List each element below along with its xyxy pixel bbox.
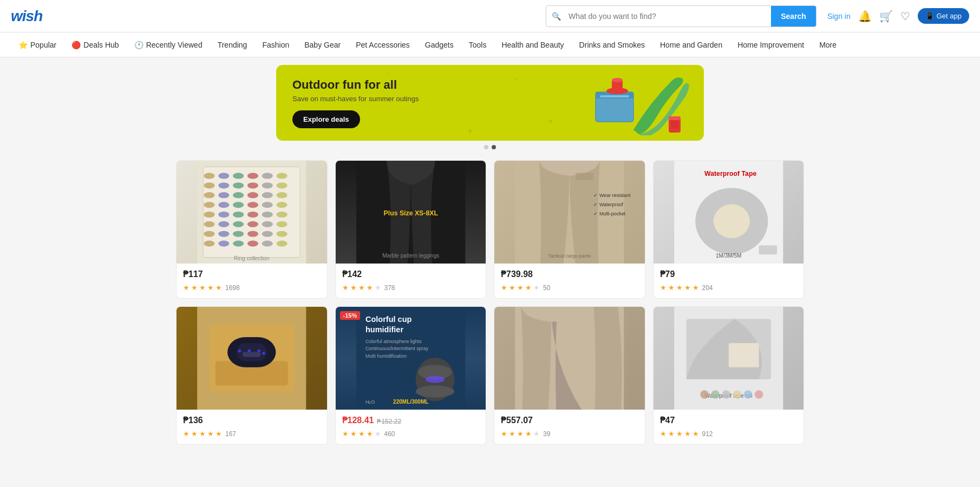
header: wish 🔍 Search Sign in 🔔 🛒 ♡ 📱 Get app	[0, 0, 980, 32]
cart-icon[interactable]: 🛒	[879, 10, 893, 23]
svg-rect-80	[759, 245, 777, 254]
explore-deals-button[interactable]: Explore deals	[292, 110, 360, 128]
star-filled: ★	[350, 284, 357, 292]
svg-point-112	[711, 390, 720, 399]
nav-health-beauty[interactable]: Health and Beauty	[494, 32, 571, 57]
banner-dot-2[interactable]	[492, 145, 496, 149]
product-card[interactable]: Waterproof Tape 1M/3M/5M ₱79 ★★★★★ 204	[653, 160, 805, 299]
svg-point-89	[247, 350, 251, 353]
svg-point-50	[233, 221, 244, 227]
star-filled: ★	[350, 430, 357, 438]
search-input[interactable]	[566, 8, 771, 25]
star-filled: ★	[367, 430, 373, 438]
svg-point-48	[204, 221, 214, 227]
nav-deals-hub[interactable]: 🔴 Deals Hub	[64, 32, 126, 57]
product-original-price: ₱152.22	[377, 418, 401, 425]
search-button[interactable]: Search	[771, 6, 816, 27]
nav-drinks-label: Drinks and Smokes	[579, 41, 645, 49]
product-card[interactable]: Plus Size XS-8XL Marble pattern leggings…	[335, 160, 487, 299]
get-app-button[interactable]: 📱 Get app	[918, 8, 969, 24]
product-card[interactable]: ₱557.07 ★★★★★ 39	[494, 306, 645, 445]
product-info: ₱128.41₱152.22 ★★★★★ 460	[336, 410, 486, 444]
product-card[interactable]: Colorful cup humidifier Colorful atmosph…	[335, 306, 487, 445]
deals-icon: 🔴	[71, 41, 81, 49]
product-image: Colorful cup humidifier Colorful atmosph…	[336, 307, 486, 410]
svg-text:Tactical cargo pants: Tactical cargo pants	[548, 253, 591, 259]
star-filled: ★	[358, 284, 365, 292]
product-info: ₱47 ★★★★★ 912	[654, 410, 804, 444]
star-icon: ⭐	[18, 41, 28, 49]
wishlist-icon[interactable]: ♡	[900, 10, 910, 23]
product-image	[494, 307, 645, 410]
svg-point-28	[262, 182, 273, 188]
star-filled: ★	[684, 284, 691, 292]
star-filled: ★	[525, 284, 532, 292]
product-price: ₱136	[183, 415, 203, 425]
nav-pet-accessories[interactable]: Pet Accessories	[348, 32, 417, 57]
svg-point-39	[247, 202, 258, 208]
svg-point-19	[218, 173, 229, 179]
nav-fashion[interactable]: Fashion	[254, 32, 297, 57]
nav-recently-viewed[interactable]: 🕐 Recently Viewed	[127, 32, 210, 57]
nav-more[interactable]: More	[812, 32, 844, 57]
star-empty: ★	[375, 284, 381, 292]
banner-dot-1[interactable]	[484, 145, 488, 149]
svg-text:Colorful atmosphere lights: Colorful atmosphere lights	[365, 339, 421, 344]
nav-trending-label: Trending	[218, 41, 247, 49]
nav-deals-label: Deals Hub	[83, 41, 119, 49]
svg-point-23	[277, 173, 288, 179]
logo[interactable]: wish	[11, 8, 42, 25]
star-half: ★	[692, 430, 699, 438]
review-count: 50	[543, 284, 550, 292]
svg-point-47	[277, 212, 288, 218]
rating-row: ★★★★★ 167	[183, 430, 321, 438]
product-image: Waterproof tape roll	[654, 307, 804, 410]
nav-gadgets[interactable]: Gadgets	[417, 32, 461, 57]
banner-section: ✦ ✦ ✦ ✦ ✦ ✦ ✦ Outdoor fun for all Save o…	[0, 57, 980, 155]
nav-home-garden[interactable]: Home and Garden	[652, 32, 730, 57]
product-price: ₱79	[660, 269, 675, 279]
svg-point-24	[204, 182, 214, 188]
star-filled: ★	[501, 430, 507, 438]
search-icon: 🔍	[546, 12, 566, 21]
svg-text:H₂O: H₂O	[365, 399, 374, 405]
star-empty: ★	[375, 430, 381, 438]
svg-point-53	[277, 221, 288, 227]
nav-gadgets-label: Gadgets	[425, 41, 454, 49]
nav-tools[interactable]: Tools	[461, 32, 494, 57]
star-empty: ★	[533, 430, 540, 438]
nav-baby-gear[interactable]: Baby Gear	[297, 32, 348, 57]
svg-point-87	[238, 350, 241, 353]
svg-text:✦: ✦	[466, 126, 475, 137]
sign-in-link[interactable]: Sign in	[827, 12, 851, 21]
svg-point-54	[204, 231, 214, 237]
svg-text:✦: ✦	[514, 76, 519, 82]
nav-popular[interactable]: ⭐ Popular	[11, 32, 64, 57]
notifications-icon[interactable]: 🔔	[858, 10, 872, 23]
review-count: 1698	[225, 284, 240, 292]
product-card[interactable]: ₱136 ★★★★★ 167	[176, 306, 328, 445]
svg-text:Waterproof Tape: Waterproof Tape	[704, 170, 756, 177]
product-image: Waterproof Tape 1M/3M/5M	[654, 161, 804, 264]
svg-point-38	[233, 202, 244, 208]
review-count: 167	[225, 430, 236, 438]
svg-text:Multi humidification: Multi humidification	[365, 353, 406, 359]
product-card[interactable]: Tactical cargo pants ✓ Wear resistant ✓ …	[494, 160, 645, 299]
product-card[interactable]: Ring collection ₱117 ★★★★★ 1698	[176, 160, 328, 299]
nav-trending[interactable]: Trending	[210, 32, 255, 57]
review-count: 912	[702, 430, 713, 438]
nav-home-improvement[interactable]: Home Improvement	[730, 32, 812, 57]
svg-point-116	[754, 390, 763, 399]
svg-text:Plus Size XS-8XL: Plus Size XS-8XL	[383, 209, 438, 217]
star-filled: ★	[207, 284, 214, 292]
product-price: ₱47	[660, 415, 675, 425]
product-card[interactable]: Waterproof tape roll ₱47 ★★★★★ 912	[653, 306, 805, 445]
product-info: ₱79 ★★★★★ 204	[654, 264, 804, 298]
svg-point-63	[247, 241, 258, 247]
nav-drinks-smokes[interactable]: Drinks and Smokes	[572, 32, 652, 57]
svg-point-42	[204, 212, 214, 218]
nav-health-label: Health and Beauty	[501, 41, 564, 49]
nav-pet-label: Pet Accessories	[356, 41, 410, 49]
rating-row: ★★★★★ 378	[342, 284, 480, 292]
star-filled: ★	[358, 430, 365, 438]
